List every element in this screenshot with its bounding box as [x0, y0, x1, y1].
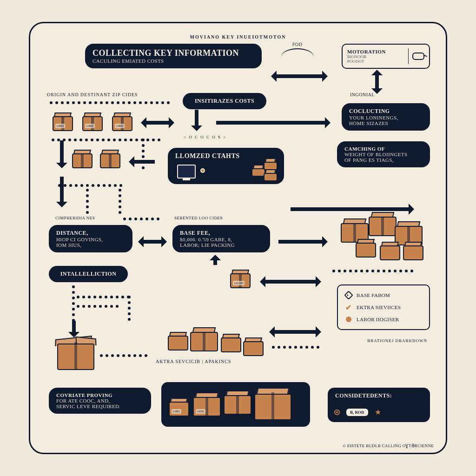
collecting-right-pill: COCLUCTING YOUR LONINENGS, HOME SIZAZES: [342, 103, 430, 131]
distance-l2: HIOP CI GOVINGS,: [56, 237, 125, 242]
canching-pill: CAMCHING OF WEIGHT OF BLOIINGETS OF PANG…: [337, 141, 430, 167]
box-icon: ODD: [193, 392, 221, 416]
main-title: COLLECTING KEY INFORMATION: [93, 48, 254, 58]
instirazes-pill: INSITIRAZES COSTS: [183, 93, 266, 109]
box-icon: [264, 169, 278, 181]
consident-chip: B, ROD: [346, 409, 368, 416]
canching-l3: OF PANG ES TIAGS,: [344, 157, 423, 163]
dots-col-5: [128, 296, 131, 321]
box-icon: [369, 212, 397, 236]
aktra-label: AKTRA SEVCICIB | APAKINCS: [156, 359, 231, 364]
arrow-ingonial: [375, 73, 379, 91]
arc-label: FOD: [292, 42, 303, 47]
dots-row-8: [100, 354, 147, 357]
collecting-l2: YOUR LONINENGS,: [349, 115, 423, 120]
distance-pill: DISTANCE, HIOP CI GOVINGS, IOM SIUS,: [49, 225, 132, 252]
llomzed-title: LLOMZED CTAHTS: [175, 152, 277, 160]
box-icon: [356, 239, 376, 258]
radio-icon: [334, 410, 340, 415]
arrow-down-mid: [195, 110, 198, 128]
consident-panel: CONSIDETEDENTS: B, ROD ★: [328, 388, 430, 422]
base-l3: LABOR; LIE PACKING: [180, 242, 263, 248]
distance-l3: IOM SIUS,: [56, 242, 125, 248]
box-icon: [403, 242, 423, 260]
cimp-label: CIMPHEBIDIA NES: [55, 216, 95, 220]
box-icon: GBD: [169, 398, 189, 416]
motoration-box: MOTORATION BIONOOB POODOT: [342, 44, 430, 69]
footer-credit: © EISTETE BUDLB CALLING OƔTƏRCIENNE: [343, 443, 434, 448]
dots-col-4: [72, 285, 75, 322]
arrow-top-cluster: [291, 207, 411, 211]
base-l1: BASE FEE,: [180, 230, 263, 237]
diagram-frame: MOVIANO KEY INUEIOTMOTON COLLECTING KEY …: [29, 22, 447, 454]
legend-extra: EKTRA SIEVIICES: [357, 304, 401, 310]
covriate-l3: SERVIC LEVE REQUIRED.: [56, 403, 144, 409]
check-icon: ✔: [344, 303, 353, 311]
box-icon: [224, 390, 251, 415]
covriate-l1: COVRIATE PROVING: [56, 392, 144, 398]
bottom-boxes-panel: GBD ODD: [161, 382, 310, 427]
legend-base: BASE FABOM: [357, 292, 390, 298]
arrow-aktra-right: [272, 330, 318, 334]
collecting-l3: HOME SIZAZES: [349, 120, 423, 126]
sebented-label: SEBENTED LOO CIDES: [174, 216, 223, 220]
box-icon: [380, 242, 400, 260]
dots-col-2: [86, 189, 89, 214]
arrow-down-2: [60, 177, 64, 205]
main-subtitle: CACULING EMIATED COSTS: [93, 58, 254, 64]
box-icon: [100, 150, 120, 168]
arrow-basefee-right: [278, 240, 325, 244]
dots-row-7: [332, 270, 413, 272]
arc-connector: [281, 48, 314, 57]
zip-codes-label: ORIGIN AND DESTINANT ZIP CIDES: [47, 92, 138, 97]
main-title-pill: COLLECTING KEY INFORMATION CACULING EMIA…: [85, 44, 262, 68]
box-icon: [264, 158, 278, 170]
dots-col-3: [119, 189, 121, 214]
dots-row-1: [50, 101, 170, 104]
arrow-boxes-left: [144, 121, 172, 125]
instirazes-text: INSITIRAZES COSTS: [190, 98, 259, 105]
covriate-pill: COVRIATE PROVING FOR ATE COOC, AND, SERV…: [49, 388, 151, 414]
legend-breakdown: BRATIONEJ DBARKDOWN: [367, 338, 427, 343]
dots-row-3: [58, 184, 122, 187]
box-icon: [168, 332, 188, 350]
legend-box: BASE FABOM ✔ EKTRA SIEVIICES LABOR IIOGI…: [337, 284, 430, 330]
box-icon: [221, 334, 241, 352]
box-icon: GBD: [112, 112, 132, 131]
dot-icon: [200, 168, 205, 173]
canching-l2: WEIGHT OF BLOIINGETS: [344, 152, 423, 157]
box-icon: GBD: [82, 112, 103, 131]
collecting-l1: COCLUCTING: [349, 108, 423, 115]
arrow-down-left: [60, 140, 64, 165]
intallelliction-pill: INTALLELLICTION: [49, 266, 128, 282]
canching-l1: CAMCHING OF: [344, 146, 423, 152]
top-tiny-header: MOVIANO KEY INUEIOTMOTON: [43, 34, 433, 40]
dots-row-6: [77, 305, 119, 308]
box-icon: GBD: [53, 112, 73, 131]
dots-row-4: [123, 218, 159, 220]
arrow-dist-base: [141, 240, 164, 244]
dot-icon: [346, 317, 351, 322]
arrow-up-small: [213, 258, 217, 265]
phone-icon: [412, 53, 424, 60]
box-icon: GLOD: [230, 270, 251, 288]
consident-title: CONSIDETEDENTS:: [335, 392, 423, 399]
code-chars: < O C O C O S >: [184, 135, 226, 139]
motoration-title: MOTORATION: [347, 49, 404, 54]
arrow-right-long: [216, 121, 328, 125]
ingonial-label: INGONIAL: [350, 92, 375, 97]
motoration-line1: BIONOOB: [347, 54, 404, 59]
box-icon: [254, 388, 291, 420]
divider: [408, 48, 409, 64]
monitor-icon: [177, 165, 196, 178]
star-icon: ★: [375, 408, 381, 416]
intallelliction-text: INTALLELLICTION: [56, 271, 120, 278]
dots-row-5: [77, 296, 130, 298]
arrow-titles: [274, 74, 325, 78]
legend-labor: LABOR IIOGISER: [357, 317, 399, 322]
box-icon: [190, 327, 218, 351]
distance-l1: DISTANCE,: [56, 230, 125, 237]
tag-icon: [344, 291, 353, 300]
arrow-down-3: [72, 321, 76, 335]
box-icon: [243, 337, 264, 356]
